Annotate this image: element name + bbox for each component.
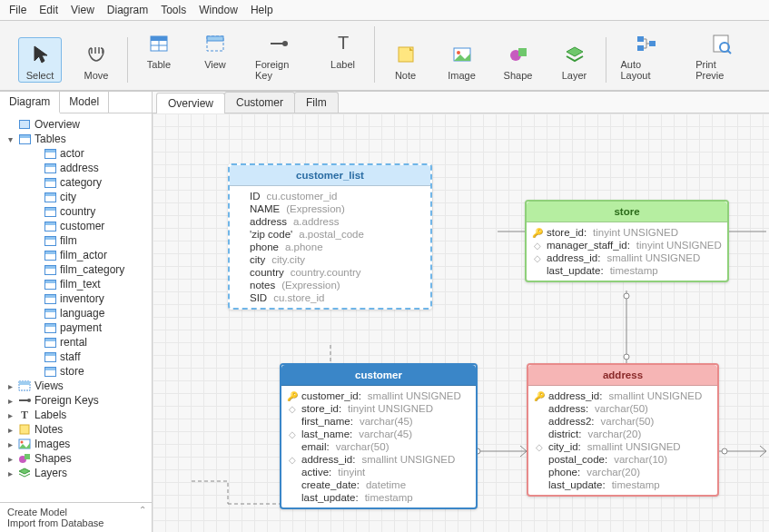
- col-name: store_id:: [547, 227, 587, 238]
- create-model-link[interactable]: Create Model: [7, 507, 144, 517]
- toolbar-move-button[interactable]: Move: [74, 37, 118, 83]
- entity-row: 🔑store_id:tinyint UNSIGNED: [532, 226, 722, 239]
- toolbar-view-button[interactable]: View: [193, 26, 237, 83]
- col-name: phone:: [548, 467, 580, 478]
- tree-labels[interactable]: ▸TLabels: [4, 408, 148, 422]
- tree-label: country: [60, 205, 95, 218]
- dia-icon: ◇: [287, 429, 298, 439]
- tree-label: film: [60, 234, 77, 247]
- entity-body: IDcu.customer_idNAME(Expression)addressa…: [230, 186, 430, 308]
- tree-film_actor[interactable]: film_actor: [4, 248, 148, 262]
- toolbar-label-button[interactable]: TLabel: [321, 26, 365, 83]
- main: DiagramModel Overview▾Tablesactoraddress…: [0, 92, 769, 532]
- canvas-tab-film[interactable]: Film: [294, 92, 339, 113]
- import-db-link[interactable]: Import from Database: [7, 517, 144, 528]
- tree-images[interactable]: ▸Images: [4, 437, 148, 451]
- menu-window[interactable]: Window: [199, 4, 238, 16]
- tree-country[interactable]: country: [4, 204, 148, 219]
- toolbar-layer-button[interactable]: Layer: [553, 37, 596, 83]
- menu-view[interactable]: View: [71, 4, 94, 16]
- col-type: varchar(50): [595, 403, 648, 414]
- sidebar-tab-model[interactable]: Model: [60, 92, 109, 113]
- col-type: a.phone: [285, 241, 323, 252]
- tree-tables[interactable]: ▾Tables: [4, 132, 148, 146]
- chevron-up-icon[interactable]: ⌃: [139, 505, 146, 515]
- sidebar-tabs: DiagramModel: [0, 92, 152, 113]
- table-icon: [44, 147, 56, 160]
- col-type: timestamp: [612, 479, 660, 490]
- toolbar-label: Move: [84, 70, 109, 81]
- tree-notes[interactable]: ▸Notes: [4, 422, 148, 437]
- tree-film_category[interactable]: film_category: [4, 262, 148, 277]
- dia-icon: ◇: [532, 253, 543, 263]
- tree-staff[interactable]: staff: [4, 350, 148, 364]
- tree-foreign-keys[interactable]: ▸Foreign Keys: [4, 393, 148, 408]
- entity-row: last_update:timestamp: [532, 264, 722, 277]
- tree-shapes[interactable]: ▸Shapes: [4, 451, 148, 466]
- sidebar-tab-diagram[interactable]: Diagram: [0, 92, 60, 113]
- diagram-canvas[interactable]: customer_listIDcu.customer_idNAME(Expres…: [153, 113, 769, 532]
- menu-file[interactable]: File: [9, 4, 26, 16]
- tree-label: rental: [60, 336, 87, 349]
- col-type: smallint UNSIGNED: [608, 390, 702, 401]
- tree-film_text[interactable]: film_text: [4, 277, 148, 291]
- col-type: varchar(50): [336, 441, 389, 452]
- fk-icon: [267, 32, 291, 55]
- toolbar-table-button[interactable]: Table: [137, 26, 181, 83]
- tree-rental[interactable]: rental: [4, 335, 148, 350]
- tree-city[interactable]: city: [4, 190, 148, 204]
- col-name: last_update:: [547, 265, 604, 276]
- tree-label: city: [60, 191, 76, 203]
- tree-language[interactable]: language: [4, 306, 148, 320]
- toolbar-shape-button[interactable]: Shape: [497, 37, 540, 83]
- tree-inventory[interactable]: inventory: [4, 291, 148, 306]
- menu-help[interactable]: Help: [251, 4, 273, 16]
- tree-views[interactable]: ▸Views: [4, 379, 148, 393]
- menu-diagram[interactable]: Diagram: [107, 4, 148, 16]
- toolbar-print-button[interactable]: Print Previe: [690, 26, 751, 83]
- toolbar-fk-button[interactable]: Foreign Key: [250, 26, 309, 83]
- entity-title: store: [527, 202, 727, 222]
- svg-point-23: [27, 399, 31, 402]
- tree-overview[interactable]: Overview: [4, 117, 148, 132]
- tree-payment[interactable]: payment: [4, 320, 148, 335]
- entity-customer_list[interactable]: customer_listIDcu.customer_idNAME(Expres…: [228, 163, 432, 310]
- entity-address[interactable]: address🔑address_id:smallint UNSIGNEDaddr…: [527, 363, 719, 497]
- toolbar-note-button[interactable]: Note: [384, 37, 428, 83]
- toolbar-image-button[interactable]: Image: [440, 37, 484, 83]
- tree-customer[interactable]: customer: [4, 219, 148, 233]
- entity-row: SIDcu.store_id: [235, 291, 425, 304]
- canvas-tab-overview[interactable]: Overview: [156, 93, 225, 113]
- tree-address[interactable]: address: [4, 161, 148, 175]
- tree-category[interactable]: category: [4, 175, 148, 190]
- menu-edit[interactable]: Edit: [39, 4, 58, 16]
- tree-store[interactable]: store: [4, 364, 148, 379]
- tree-label: address: [60, 162, 99, 174]
- tree-label: category: [60, 176, 102, 189]
- tree-layers[interactable]: ▸Layers: [4, 466, 148, 480]
- tree-film[interactable]: film: [4, 233, 148, 248]
- twisty-icon: ▸: [5, 381, 15, 391]
- twisty-icon: ▸: [5, 396, 15, 406]
- table-icon: [18, 133, 31, 145]
- tree-label: payment: [60, 321, 102, 334]
- table-icon: [44, 205, 56, 218]
- toolbar-auto-button[interactable]: Auto Layout: [616, 26, 678, 83]
- entity-row: phone:varchar(20): [534, 466, 712, 478]
- entity-row: 🔑customer_id:smallint UNSIGNED: [287, 389, 470, 402]
- col-type: tinyint: [338, 467, 365, 478]
- col-name: active:: [301, 467, 331, 478]
- entity-store[interactable]: store🔑store_id:tinyint UNSIGNED◇manager_…: [525, 200, 729, 282]
- note-icon: [18, 423, 31, 436]
- tree-label: Notes: [35, 423, 63, 436]
- toolbar-select-button[interactable]: Select: [18, 37, 62, 83]
- svg-text:T: T: [337, 33, 348, 53]
- col-type: smallint UNSIGNED: [368, 390, 461, 401]
- entity-customer[interactable]: customer🔑customer_id:smallint UNSIGNED◇s…: [280, 363, 478, 509]
- canvas-wrap: OverviewCustomerFilm customer_listIDcu.c…: [153, 92, 769, 532]
- canvas-tab-customer[interactable]: Customer: [224, 92, 295, 113]
- col-type: datetime: [366, 479, 406, 490]
- toolbar-label: Shape: [504, 70, 533, 81]
- menu-tools[interactable]: Tools: [161, 4, 186, 16]
- tree-actor[interactable]: actor: [4, 146, 148, 161]
